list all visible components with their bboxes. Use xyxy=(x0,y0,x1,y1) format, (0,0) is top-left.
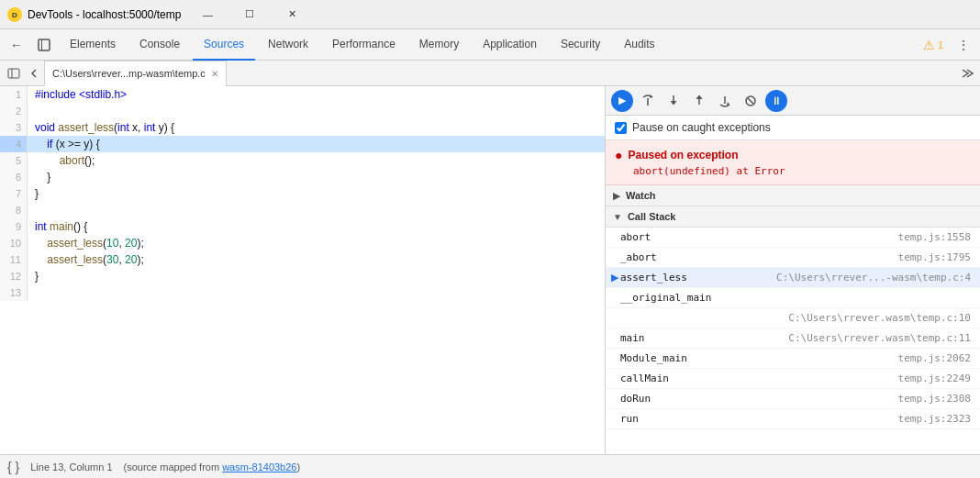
step-over-button[interactable] xyxy=(637,90,659,112)
callstack-item[interactable]: Module_maintemp.js:2062 xyxy=(606,349,980,369)
stack-location: temp.js:2062 xyxy=(730,352,971,364)
line-content: #include <stdlib.h> xyxy=(28,86,127,103)
code-lines: 1#include <stdlib.h>23void assert_less(i… xyxy=(0,86,605,301)
watch-label: Watch xyxy=(626,190,656,201)
code-line: 13 xyxy=(0,284,605,301)
cursor-position: Line 13, Column 1 xyxy=(30,461,112,472)
stack-function-name: callMain xyxy=(620,372,730,384)
line-number: 7 xyxy=(0,185,28,202)
title-bar: D DevTools - localhost:5000/temp — ☐ ✕ xyxy=(0,0,980,29)
line-number: 1 xyxy=(0,86,28,103)
stack-location: temp.js:2308 xyxy=(730,393,971,405)
watch-arrow: ▶ xyxy=(613,191,620,201)
minimize-button[interactable]: — xyxy=(186,0,228,29)
title-text: DevTools - localhost:5000/temp xyxy=(28,8,181,21)
file-nav-right[interactable] xyxy=(956,63,976,83)
code-line: 1#include <stdlib.h> xyxy=(0,86,605,103)
line-number: 12 xyxy=(0,268,28,284)
stack-function-name: Module_main xyxy=(620,352,730,364)
right-panel: ▶ ⏸ Pause on caught exceptions xyxy=(606,86,980,454)
more-button[interactable]: ⋮ xyxy=(951,32,976,58)
pause-button[interactable]: ⏸ xyxy=(765,90,787,112)
tab-network[interactable]: Network xyxy=(257,29,319,61)
error-icon: ● xyxy=(615,148,622,162)
stack-location: C:\Users\rrever...-wasm\temp.c:4 xyxy=(730,272,971,283)
tab-console[interactable]: Console xyxy=(128,29,191,61)
step-into-button[interactable] xyxy=(663,90,685,112)
callstack-item[interactable]: __original_main xyxy=(606,288,980,308)
pause-label: Pause on caught exceptions xyxy=(632,121,771,134)
step-out-button[interactable] xyxy=(688,90,710,112)
back-button[interactable]: ← xyxy=(4,32,29,58)
line-content: assert_less(10, 20); xyxy=(28,235,144,251)
resume-button[interactable]: ▶ xyxy=(611,90,633,112)
debug-toolbar: ▶ ⏸ xyxy=(606,86,980,116)
line-number: 13 xyxy=(0,284,28,301)
tab-sources[interactable]: Sources xyxy=(193,29,255,61)
show-navigator-button[interactable] xyxy=(4,63,24,83)
line-content: void assert_less(int x, int y) { xyxy=(28,119,174,136)
code-line: 11 assert_less(30, 20); xyxy=(0,251,605,268)
status-icon: { } xyxy=(7,460,19,474)
callstack-item[interactable]: runtemp.js:2323 xyxy=(606,409,980,429)
callstack-label: Call Stack xyxy=(628,211,676,222)
code-line: 8 xyxy=(0,202,605,218)
maximize-button[interactable]: ☐ xyxy=(228,0,271,29)
code-line: 3void assert_less(int x, int y) { xyxy=(0,119,605,136)
line-number: 4 xyxy=(0,136,28,152)
callstack-item[interactable]: aborttemp.js:1558 xyxy=(606,228,980,248)
source-map-text: (source mapped from wasm-81403b26) xyxy=(124,461,301,472)
callstack-item[interactable]: _aborttemp.js:1795 xyxy=(606,248,980,268)
tab-elements[interactable]: Elements xyxy=(59,29,127,61)
stack-location: temp.js:2249 xyxy=(730,372,971,384)
line-content: if (x >= y) { xyxy=(28,136,100,152)
source-map-link[interactable]: wasm-81403b26 xyxy=(222,461,296,472)
warn-badge: ⚠ 1 xyxy=(918,38,949,52)
file-bar: C:\Users\rrever...mp-wasm\temp.c ✕ xyxy=(0,61,980,86)
tab-security[interactable]: Security xyxy=(550,29,611,61)
code-line: 5 abort(); xyxy=(0,152,605,169)
close-button[interactable]: ✕ xyxy=(271,0,313,29)
callstack-list: aborttemp.js:1558_aborttemp.js:1795▶asse… xyxy=(606,228,980,454)
callstack-section-header[interactable]: ▼ Call Stack xyxy=(606,206,980,228)
line-content: abort(); xyxy=(28,152,95,169)
stack-function-name: _abort xyxy=(620,251,730,263)
file-nav-back[interactable] xyxy=(24,63,44,83)
tab-performance[interactable]: Performance xyxy=(321,29,406,61)
pause-checkbox[interactable] xyxy=(615,122,627,134)
line-number: 6 xyxy=(0,169,28,185)
stack-location: C:\Users\rrever.wasm\temp.c:10 xyxy=(730,312,971,324)
dock-button[interactable] xyxy=(31,32,57,58)
code-line: 4 if (x >= y) { xyxy=(0,136,605,152)
code-scroll[interactable]: 1#include <stdlib.h>23void assert_less(i… xyxy=(0,86,605,454)
tab-audits[interactable]: Audits xyxy=(613,29,665,61)
callstack-item[interactable]: doRuntemp.js:2308 xyxy=(606,389,980,409)
deactivate-breakpoints-button[interactable] xyxy=(740,90,762,112)
line-number: 8 xyxy=(0,202,28,218)
warn-count: 1 xyxy=(938,39,943,50)
status-bar: { } Line 13, Column 1 (source mapped fro… xyxy=(0,454,980,478)
tab-memory[interactable]: Memory xyxy=(408,29,470,61)
callstack-item[interactable]: mainC:\Users\rrever.wasm\temp.c:11 xyxy=(606,328,980,349)
line-number: 11 xyxy=(0,251,28,268)
step-button[interactable] xyxy=(714,90,736,112)
file-tab[interactable]: C:\Users\rrever...mp-wasm\temp.c ✕ xyxy=(44,61,227,86)
svg-rect-3 xyxy=(41,39,42,50)
code-panel: 1#include <stdlib.h>23void assert_less(i… xyxy=(0,86,606,454)
watch-section-header[interactable]: ▶ Watch xyxy=(606,185,980,206)
line-number: 5 xyxy=(0,152,28,169)
file-tab-close[interactable]: ✕ xyxy=(211,69,218,79)
tab-application[interactable]: Application xyxy=(472,29,548,61)
line-number: 2 xyxy=(0,103,28,119)
svg-line-11 xyxy=(748,98,753,104)
callstack-item[interactable]: callMaintemp.js:2249 xyxy=(606,369,980,389)
stack-location: temp.js:1795 xyxy=(730,251,971,263)
callstack-item[interactable]: ▶assert_lessC:\Users\rrever...-wasm\temp… xyxy=(606,268,980,288)
file-tab-name: C:\Users\rrever...mp-wasm\temp.c xyxy=(52,68,206,79)
stack-function-name: main xyxy=(620,332,730,344)
svg-rect-4 xyxy=(8,69,19,78)
line-number: 9 xyxy=(0,218,28,235)
stack-location: C:\Users\rrever.wasm\temp.c:11 xyxy=(730,332,971,344)
code-line: 7} xyxy=(0,185,605,202)
callstack-item[interactable]: C:\Users\rrever.wasm\temp.c:10 xyxy=(606,308,980,328)
